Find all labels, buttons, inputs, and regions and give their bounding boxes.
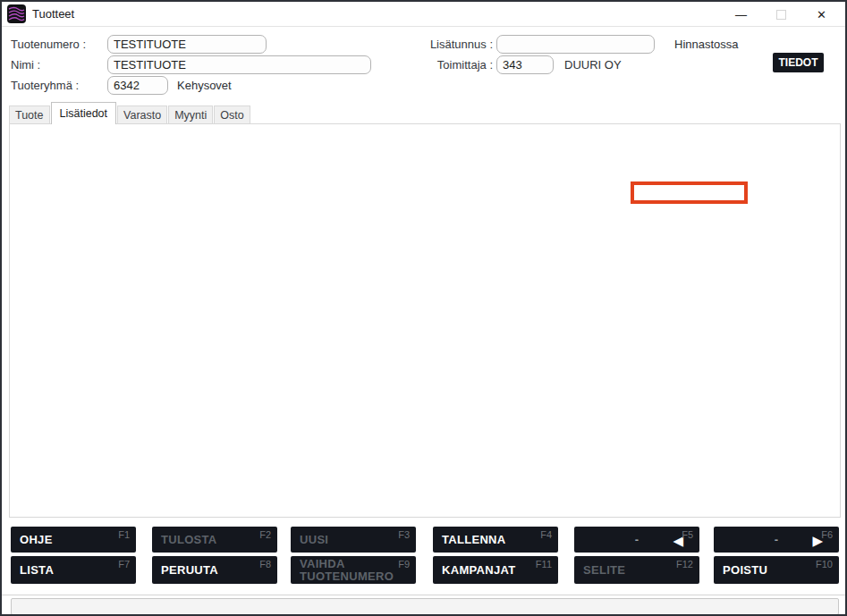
- fkey-label: F9: [398, 559, 410, 570]
- button-selite: SELITEF12: [574, 556, 699, 584]
- tuoteryhma-label: Tuoteryhmä :: [11, 77, 79, 95]
- fkey-label: F8: [259, 559, 271, 570]
- close-icon[interactable]: ✕: [801, 2, 842, 27]
- title-bar: Tuotteet — ✕: [2, 2, 845, 27]
- tab-varasto[interactable]: Varasto: [117, 105, 167, 124]
- button-lista[interactable]: LISTAF7: [11, 556, 136, 584]
- maximize-icon[interactable]: [761, 2, 801, 27]
- button-vaihda-tuotenumero: VAIHDA TUOTENUMEROF9: [291, 556, 416, 584]
- tab-osto[interactable]: Osto: [214, 105, 250, 124]
- button-tallenna[interactable]: TALLENNAF4: [433, 527, 558, 553]
- fkey-label: F6: [821, 529, 833, 540]
- button-label: KAMPANJAT: [433, 564, 515, 577]
- fkey-label: F1: [118, 529, 130, 540]
- tiedot-button[interactable]: TIEDOT: [773, 53, 824, 72]
- button-label: VAIHDA TUOTENUMERO: [291, 558, 416, 583]
- button-label: -: [635, 534, 639, 546]
- minimize-icon[interactable]: —: [721, 2, 761, 27]
- tuoteryhma-input[interactable]: [107, 76, 168, 95]
- bottom-divider: [2, 595, 845, 595]
- fkey-label: F2: [259, 529, 271, 540]
- button-label: TULOSTA: [152, 534, 217, 546]
- button-label: TALLENNA: [433, 534, 505, 546]
- button-label: OHJE: [11, 534, 53, 546]
- fkey-label: F3: [398, 529, 410, 540]
- button-poistu[interactable]: POISTUF10: [714, 556, 839, 584]
- tuoteryhma-name: Kehysovet: [177, 77, 232, 95]
- fkey-label: F11: [536, 559, 552, 570]
- button-ohje[interactable]: OHJEF1: [11, 527, 136, 553]
- fkey-label: F4: [540, 529, 552, 540]
- tab-tuote[interactable]: Tuote: [9, 105, 50, 124]
- fkey-label: F10: [816, 559, 833, 570]
- toimittaja-name: DUURI OY: [564, 56, 622, 74]
- nimi-input[interactable]: [107, 55, 371, 74]
- button-tulosta: TULOSTAF2: [152, 527, 277, 553]
- hinnastossa-label: Hinnastossa: [674, 36, 739, 54]
- toimittaja-input[interactable]: [496, 55, 554, 74]
- status-bar: [11, 598, 839, 615]
- lisatunnus-label: Lisätunnus :: [415, 36, 493, 54]
- button-uusi: UUSIF3: [291, 527, 416, 553]
- button-f6-next[interactable]: -▶F6: [714, 527, 839, 553]
- button-peruuta[interactable]: PERUUTAF8: [152, 556, 277, 584]
- tuotenumero-input[interactable]: [107, 35, 267, 54]
- nimi-label: Nimi :: [11, 56, 40, 74]
- fkey-label: F12: [676, 559, 693, 570]
- button-label: POISTU: [714, 564, 767, 577]
- tuotenumero-label: Tuotenumero :: [11, 36, 86, 54]
- tab-content-panel: [9, 123, 841, 518]
- tab-bar: TuoteLisätiedotVarastoMyyntiOsto: [9, 102, 251, 124]
- lisatunnus-input[interactable]: [496, 35, 655, 54]
- fkey-label: F5: [682, 529, 693, 540]
- window-title: Tuotteet: [32, 7, 74, 21]
- app-logo-icon: [7, 4, 26, 23]
- tab-lisatiedot[interactable]: Lisätiedot: [51, 102, 117, 124]
- button-label: UUSI: [291, 534, 328, 546]
- button-label: SELITE: [574, 564, 625, 577]
- button-kampanjat[interactable]: KAMPANJATF11: [433, 556, 558, 584]
- button-label: -: [775, 534, 779, 546]
- button-label: PERUUTA: [152, 564, 218, 577]
- button-label: LISTA: [11, 564, 54, 577]
- tuotteet-window: Tuotteet — ✕ Tuotenumero : Nimi : Tuoter…: [0, 0, 847, 616]
- button-f5-prev[interactable]: -◀F5: [574, 527, 699, 553]
- fkey-label: F7: [118, 559, 130, 570]
- toimittaja-label: Toimittaja :: [415, 56, 493, 74]
- tab-myynti[interactable]: Myynti: [168, 105, 213, 124]
